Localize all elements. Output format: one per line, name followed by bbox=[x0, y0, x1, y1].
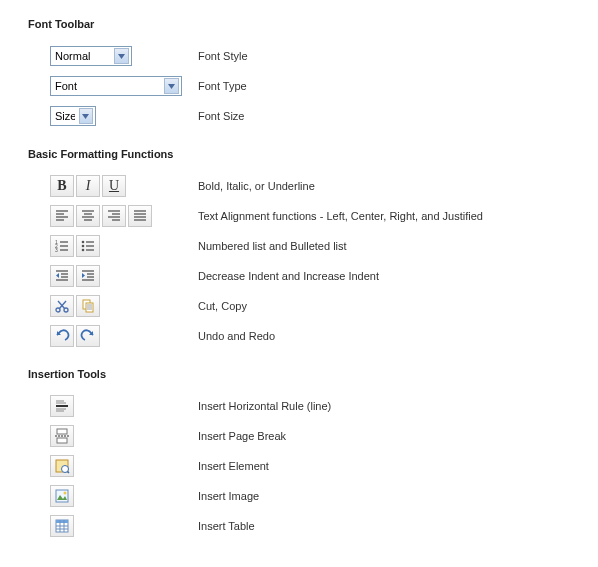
insert-hr-button[interactable] bbox=[50, 395, 74, 417]
tbl-desc: Insert Table bbox=[188, 520, 570, 532]
insert-image-button[interactable] bbox=[50, 485, 74, 507]
font-type-desc: Font Type bbox=[188, 80, 570, 92]
tbl-row: Insert Table bbox=[28, 514, 570, 538]
svg-text:3: 3 bbox=[55, 247, 58, 253]
redo-icon bbox=[80, 328, 96, 344]
table-icon bbox=[54, 518, 70, 534]
font-style-row: Normal Font Style bbox=[28, 44, 570, 68]
align-justify-button[interactable] bbox=[128, 205, 152, 227]
font-size-desc: Font Size bbox=[188, 110, 570, 122]
svg-rect-52 bbox=[57, 438, 67, 443]
increase-indent-button[interactable] bbox=[76, 265, 100, 287]
pb-desc: Insert Page Break bbox=[188, 430, 570, 442]
align-center-button[interactable] bbox=[76, 205, 100, 227]
font-type-value: Font bbox=[55, 80, 77, 92]
svg-rect-56 bbox=[56, 490, 68, 502]
align-left-button[interactable] bbox=[50, 205, 74, 227]
font-style-desc: Font Style bbox=[188, 50, 570, 62]
undo-button[interactable] bbox=[50, 325, 74, 347]
font-size-value: Size bbox=[55, 110, 75, 122]
svg-rect-60 bbox=[56, 520, 68, 523]
insertion-tools-section: Insertion Tools Insert Horizontal Rule (… bbox=[28, 368, 570, 538]
align-right-icon bbox=[106, 208, 122, 224]
cutcopy-row: Cut, Copy bbox=[28, 294, 570, 318]
increase-indent-icon bbox=[80, 268, 96, 284]
img-row: Insert Image bbox=[28, 484, 570, 508]
chevron-down-icon bbox=[164, 78, 179, 94]
indent-row: Decrease Indent and Increase Indent bbox=[28, 264, 570, 288]
font-toolbar-section: Font Toolbar Normal Font Style Font Font… bbox=[28, 18, 570, 128]
italic-button[interactable]: I bbox=[76, 175, 100, 197]
align-left-icon bbox=[54, 208, 70, 224]
insertion-tools-heading: Insertion Tools bbox=[28, 368, 570, 380]
align-right-button[interactable] bbox=[102, 205, 126, 227]
bold-button[interactable]: B bbox=[50, 175, 74, 197]
cutcopy-desc: Cut, Copy bbox=[188, 300, 570, 312]
undo-desc: Undo and Redo bbox=[188, 330, 570, 342]
svg-rect-50 bbox=[57, 429, 67, 434]
svg-point-58 bbox=[64, 492, 67, 495]
svg-point-22 bbox=[82, 241, 85, 244]
list-row: 123 Numbered list and Bulleted list bbox=[28, 234, 570, 258]
insert-table-button[interactable] bbox=[50, 515, 74, 537]
align-row: Text Alignment functions - Left, Center,… bbox=[28, 204, 570, 228]
page-break-icon bbox=[54, 428, 70, 444]
basic-formatting-heading: Basic Formatting Functions bbox=[28, 148, 570, 160]
insert-element-icon bbox=[54, 458, 70, 474]
svg-rect-41 bbox=[86, 303, 93, 312]
align-desc: Text Alignment functions - Left, Center,… bbox=[188, 210, 570, 222]
img-desc: Insert Image bbox=[188, 490, 570, 502]
redo-button[interactable] bbox=[76, 325, 100, 347]
hr-desc: Insert Horizontal Rule (line) bbox=[188, 400, 570, 412]
undo-icon bbox=[54, 328, 70, 344]
font-size-dropdown[interactable]: Size bbox=[50, 106, 96, 126]
insert-page-break-button[interactable] bbox=[50, 425, 74, 447]
font-toolbar-heading: Font Toolbar bbox=[28, 18, 570, 30]
biu-row: B I U Bold, Italic, or Underline bbox=[28, 174, 570, 198]
hr-row: Insert Horizontal Rule (line) bbox=[28, 394, 570, 418]
align-justify-icon bbox=[132, 208, 148, 224]
chevron-down-icon bbox=[79, 108, 93, 124]
font-style-dropdown[interactable]: Normal bbox=[50, 46, 132, 66]
svg-line-55 bbox=[68, 472, 70, 474]
image-icon bbox=[54, 488, 70, 504]
svg-point-24 bbox=[82, 249, 85, 252]
font-type-dropdown[interactable]: Font bbox=[50, 76, 182, 96]
font-style-value: Normal bbox=[55, 50, 90, 62]
elem-row: Insert Element bbox=[28, 454, 570, 478]
horizontal-rule-icon bbox=[54, 398, 70, 414]
underline-button[interactable]: U bbox=[102, 175, 126, 197]
copy-icon bbox=[80, 298, 96, 314]
decrease-indent-button[interactable] bbox=[50, 265, 74, 287]
chevron-down-icon bbox=[114, 48, 129, 64]
scissors-icon bbox=[54, 298, 70, 314]
svg-point-23 bbox=[82, 245, 85, 248]
align-center-icon bbox=[80, 208, 96, 224]
elem-desc: Insert Element bbox=[188, 460, 570, 472]
indent-desc: Decrease Indent and Increase Indent bbox=[188, 270, 570, 282]
undo-row: Undo and Redo bbox=[28, 324, 570, 348]
bulleted-list-button[interactable] bbox=[76, 235, 100, 257]
decrease-indent-icon bbox=[54, 268, 70, 284]
pb-row: Insert Page Break bbox=[28, 424, 570, 448]
basic-formatting-section: Basic Formatting Functions B I U Bold, I… bbox=[28, 148, 570, 348]
font-size-row: Size Font Size bbox=[28, 104, 570, 128]
biu-desc: Bold, Italic, or Underline bbox=[188, 180, 570, 192]
copy-button[interactable] bbox=[76, 295, 100, 317]
list-desc: Numbered list and Bulleted list bbox=[188, 240, 570, 252]
cut-button[interactable] bbox=[50, 295, 74, 317]
numbered-list-icon: 123 bbox=[54, 238, 70, 254]
svg-point-54 bbox=[62, 466, 69, 473]
numbered-list-button[interactable]: 123 bbox=[50, 235, 74, 257]
bulleted-list-icon bbox=[80, 238, 96, 254]
insert-element-button[interactable] bbox=[50, 455, 74, 477]
font-type-row: Font Font Type bbox=[28, 74, 570, 98]
